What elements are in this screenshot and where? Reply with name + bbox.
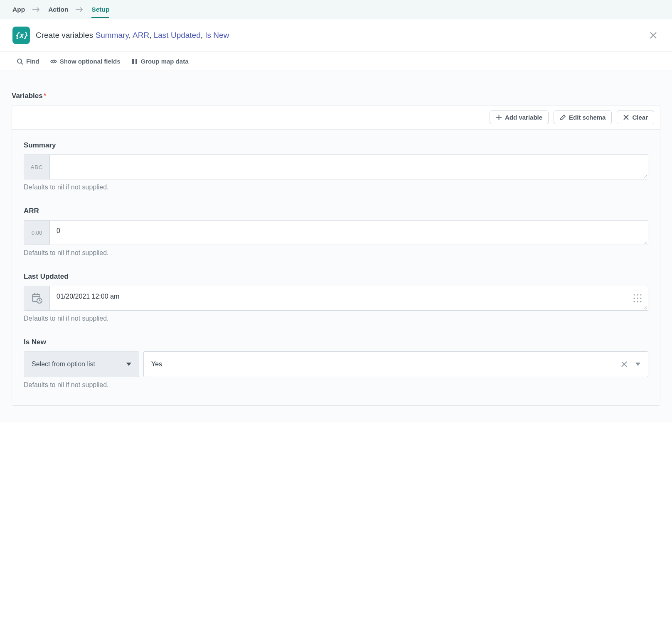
search-icon: [17, 58, 23, 65]
number-type-badge: 0.00: [24, 221, 50, 245]
main: Variables* Add variable Edit schema Clea…: [0, 71, 672, 422]
last-updated-label: Last Updated: [24, 272, 648, 281]
is-new-value: Yes: [151, 360, 162, 368]
group-label: Group map data: [141, 58, 189, 65]
clear-value-icon[interactable]: [621, 361, 627, 367]
text-type-badge: ABC: [24, 155, 50, 179]
summary-input[interactable]: [50, 155, 648, 179]
summary-helper: Defaults to nil if not supplied.: [24, 184, 648, 191]
svg-line-5: [21, 63, 23, 64]
svg-point-6: [53, 61, 54, 62]
arr-input-row: 0.00: [24, 220, 648, 245]
title-sep: ,: [201, 31, 205, 39]
breadcrumb-app[interactable]: App: [12, 1, 25, 18]
toolbar: Find Show optional fields Group map data: [0, 52, 672, 71]
is-new-mode-label: Select from option list: [32, 360, 95, 368]
required-mark: *: [44, 92, 47, 100]
breadcrumb-action[interactable]: Action: [48, 1, 68, 18]
add-variable-label: Add variable: [505, 114, 542, 121]
plus-icon: [496, 114, 502, 120]
is-new-value-select[interactable]: Yes: [143, 351, 648, 377]
is-new-helper: Defaults to nil if not supplied.: [24, 381, 648, 389]
breadcrumb-tabs: App Action Setup: [0, 0, 672, 19]
close-button[interactable]: [647, 29, 660, 42]
is-new-row: Select from option list Yes: [24, 351, 648, 377]
arrow-right-icon: [32, 7, 41, 12]
arr-input[interactable]: [50, 221, 648, 245]
title-prefix: Create variables: [36, 31, 96, 39]
svg-point-27: [633, 297, 635, 299]
svg-marker-38: [635, 363, 640, 366]
find-label: Find: [26, 58, 39, 65]
variables-section-label: Variables*: [12, 92, 660, 100]
date-picker-icon[interactable]: [633, 294, 642, 303]
svg-point-24: [633, 294, 635, 295]
columns-icon: [131, 58, 138, 65]
optional-label: Show optional fields: [60, 58, 121, 65]
header: {x} Create variables Summary, ARR, Last …: [0, 19, 672, 52]
is-new-label: Is New: [24, 338, 648, 346]
title-var-summary[interactable]: Summary: [96, 31, 129, 39]
add-variable-button[interactable]: Add variable: [490, 110, 549, 124]
datetime-type-badge: [24, 286, 50, 310]
clear-label: Clear: [632, 114, 648, 121]
last-updated-helper: Defaults to nil if not supplied.: [24, 315, 648, 322]
arr-label: ARR: [24, 207, 648, 215]
x-icon: [623, 114, 629, 120]
edit-schema-label: Edit schema: [569, 114, 606, 121]
svg-line-23: [39, 301, 41, 301]
field-last-updated: Last Updated: [24, 272, 648, 322]
eye-icon: [50, 58, 57, 65]
group-map-data-button[interactable]: Group map data: [131, 58, 189, 65]
show-optional-fields-button[interactable]: Show optional fields: [50, 58, 121, 65]
variables-section-text: Variables: [12, 92, 43, 100]
field-summary: Summary ABC Defaults to nil if not suppl…: [24, 141, 648, 191]
pencil-icon: [560, 114, 566, 120]
summary-label: Summary: [24, 141, 648, 150]
svg-point-30: [633, 301, 635, 302]
last-updated-input[interactable]: [50, 286, 648, 310]
svg-marker-35: [126, 363, 131, 366]
title-sep: ,: [149, 31, 154, 39]
svg-point-32: [640, 301, 641, 302]
title-var-arr[interactable]: ARR: [133, 31, 149, 39]
svg-point-28: [637, 297, 638, 299]
caret-down-icon: [126, 363, 131, 366]
summary-input-row: ABC: [24, 154, 648, 179]
panel-actions: Add variable Edit schema Clear: [12, 105, 660, 130]
last-updated-input-row: [24, 286, 648, 311]
edit-schema-button[interactable]: Edit schema: [554, 110, 612, 124]
panel-body: Summary ABC Defaults to nil if not suppl…: [12, 130, 660, 405]
caret-down-icon: [635, 363, 640, 366]
svg-point-31: [637, 301, 638, 302]
field-is-new: Is New Select from option list Yes: [24, 338, 648, 389]
breadcrumb-setup[interactable]: Setup: [91, 1, 109, 18]
clear-button[interactable]: Clear: [617, 110, 654, 124]
title-sep: ,: [129, 31, 133, 39]
variables-app-icon: {x}: [12, 27, 30, 44]
variables-panel: Add variable Edit schema Clear Summary: [12, 105, 660, 406]
svg-rect-8: [135, 59, 137, 64]
svg-rect-7: [132, 59, 134, 64]
svg-point-25: [637, 294, 638, 295]
page-title: Create variables Summary, ARR, Last Upda…: [36, 31, 229, 40]
is-new-mode-select[interactable]: Select from option list: [24, 351, 139, 377]
svg-point-26: [640, 294, 641, 295]
title-var-is-new[interactable]: Is New: [205, 31, 229, 39]
title-var-last-updated[interactable]: Last Updated: [154, 31, 201, 39]
find-button[interactable]: Find: [17, 58, 39, 65]
arrow-right-icon: [76, 7, 84, 12]
svg-point-29: [640, 297, 641, 299]
field-arr: ARR 0.00 Defaults to nil if not supplied…: [24, 207, 648, 257]
svg-point-4: [17, 59, 22, 63]
arr-helper: Defaults to nil if not supplied.: [24, 249, 648, 257]
